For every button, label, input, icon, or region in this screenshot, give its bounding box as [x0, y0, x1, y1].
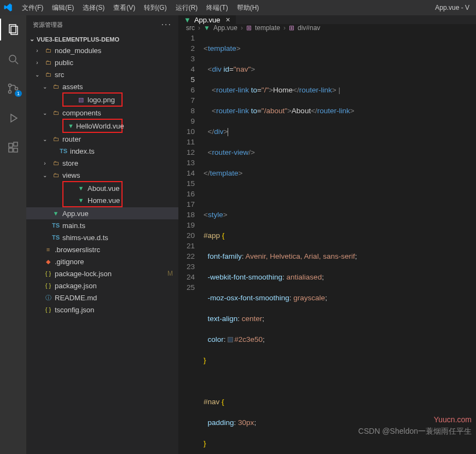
menu-select[interactable]: 选择(S) — [79, 2, 108, 14]
tree-item-router[interactable]: ⌄🗀router — [26, 133, 178, 145]
project-name[interactable]: VUE3-ELEMENTPLUS-DEMO — [37, 36, 119, 43]
json-icon: { } — [44, 282, 53, 289]
menubar: 文件(F) 编辑(E) 选择(S) 查看(V) 转到(G) 运行(R) 终端(T… — [0, 0, 476, 15]
tree-item-public[interactable]: ›🗀public — [26, 56, 178, 68]
activity-debug[interactable] — [0, 107, 26, 129]
info-icon: ⓘ — [44, 294, 53, 302]
tree-item-store[interactable]: ›🗀store — [26, 157, 178, 169]
folder-icon: 🗀 — [51, 83, 60, 90]
twistie-icon: ⌄ — [40, 110, 49, 116]
vue-icon: ▼ — [77, 197, 85, 203]
svg-point-5 — [9, 91, 11, 94]
watermark-top: Yuucn.com — [434, 415, 472, 424]
folder-icon: 🗀 — [44, 59, 53, 66]
tree-item-App-vue[interactable]: ▼App.vue — [26, 207, 178, 219]
twistie-icon: › — [40, 160, 49, 166]
line-gutter: 1234567891011121314151617181920212223242… — [178, 33, 204, 454]
tree-item-HelloWorld-vue[interactable]: ▼HelloWorld.vue — [63, 120, 121, 132]
tree-item-shims-vue-d-ts[interactable]: TSshims-vue.d.ts — [26, 231, 178, 243]
menu-terminal[interactable]: 终端(T) — [203, 2, 231, 14]
git-icon: ◆ — [44, 258, 53, 265]
explorer-sidebar: 资源管理器 ··· ⌄VUE3-ELEMENTPLUS-DEMO ›🗀node_… — [26, 15, 178, 454]
ts-icon: TS — [51, 234, 60, 241]
svg-marker-7 — [11, 114, 17, 122]
folder-icon: 🗀 — [51, 160, 60, 166]
tree-item-package-json[interactable]: { }package.json — [26, 280, 178, 292]
folder-icon: 🗀 — [44, 47, 53, 54]
activity-search[interactable] — [0, 48, 26, 70]
ts-icon: TS — [59, 148, 68, 154]
activity-bar: 1 — [0, 15, 26, 454]
tree-item-main-ts[interactable]: TSmain.ts — [26, 219, 178, 231]
tree-item-tsconfig-json[interactable]: { }tsconfig.json — [26, 304, 178, 316]
json-icon: { } — [44, 306, 53, 313]
tree-item-Home-vue[interactable]: ▼Home.vue — [63, 194, 121, 206]
tab-app-vue[interactable]: ▼ App.vue × — [178, 15, 236, 24]
breadcrumb[interactable]: src› ▼App.vue› ⊞template› ⊞div#nav — [178, 24, 476, 32]
svg-point-2 — [9, 55, 16, 62]
tree-item-src[interactable]: ⌄🗀src — [26, 68, 178, 80]
svg-line-3 — [15, 61, 18, 64]
menu-run[interactable]: 运行(R) — [172, 2, 201, 14]
activity-explorer[interactable] — [0, 19, 26, 40]
tree-item-views[interactable]: ⌄🗀views — [26, 169, 178, 181]
tree-item-logo-png[interactable]: ▧logo.png — [63, 94, 121, 106]
tree-item--gitignore[interactable]: ◆.gitignore — [26, 255, 178, 267]
close-icon[interactable]: × — [226, 15, 230, 24]
twistie-icon: ⌄ — [40, 84, 49, 90]
activity-extensions[interactable] — [0, 137, 26, 159]
tree-item--browserslistrc[interactable]: ≡.browserslistrc — [26, 243, 178, 255]
svg-point-6 — [15, 88, 18, 90]
vscode-icon — [3, 3, 13, 13]
window-title: App.vue - V — [432, 3, 473, 13]
svg-rect-11 — [14, 142, 18, 146]
menu-edit[interactable]: 编辑(E) — [49, 2, 77, 14]
vue-icon: ▼ — [184, 16, 191, 24]
ts-icon: TS — [51, 222, 60, 229]
svg-rect-8 — [9, 143, 13, 147]
tree-item-node_modules[interactable]: ›🗀node_modules — [26, 44, 178, 56]
vue-icon: ▼ — [51, 210, 60, 217]
tree-item-About-vue[interactable]: ▼About.vue — [63, 182, 121, 194]
vue-icon: ▼ — [68, 123, 74, 129]
menu-file[interactable]: 文件(F) — [19, 2, 47, 14]
svg-rect-9 — [9, 148, 13, 152]
menu-view[interactable]: 查看(V) — [110, 2, 138, 14]
folder-icon: 🗀 — [44, 71, 53, 78]
vue-icon: ▼ — [77, 185, 85, 191]
twistie-icon: ⌄ — [40, 136, 49, 142]
tree-item-components[interactable]: ⌄🗀components — [26, 107, 178, 119]
folder-icon: 🗀 — [51, 172, 60, 178]
twistie-icon: ⌄ — [40, 172, 49, 178]
svg-point-4 — [9, 84, 11, 87]
file-tree: ›🗀node_modules›🗀public⌄🗀src⌄🗀assets▧logo… — [26, 44, 178, 316]
conf-icon: ≡ — [44, 246, 53, 253]
svg-rect-10 — [14, 148, 18, 152]
tree-item-index-ts[interactable]: TSindex.ts — [26, 145, 178, 157]
editor-tabs: ▼ App.vue × — [178, 15, 476, 24]
folder-icon: 🗀 — [51, 136, 60, 142]
folder-icon: 🗀 — [51, 109, 60, 116]
menu-help[interactable]: 帮助(H) — [234, 2, 263, 14]
tree-item-assets[interactable]: ⌄🗀assets — [26, 80, 178, 92]
tree-item-README-md[interactable]: ⓘREADME.md — [26, 292, 178, 304]
twistie-icon: ⌄ — [33, 72, 42, 78]
explorer-more-icon[interactable]: ··· — [161, 20, 172, 30]
tree-item-package-lock-json[interactable]: { }package-lock.jsonM — [26, 267, 178, 280]
img-icon: ▧ — [77, 96, 85, 103]
menu-go[interactable]: 转到(G) — [141, 2, 170, 14]
twistie-icon: › — [33, 48, 42, 54]
twistie-icon: › — [33, 60, 42, 66]
scm-badge: 1 — [15, 90, 22, 97]
code-editor[interactable]: 1234567891011121314151617181920212223242… — [178, 32, 476, 454]
explorer-title: 资源管理器 — [33, 21, 63, 29]
watermark-bottom: CSDN @Sheldon一蓑烟雨任平生 — [358, 427, 472, 436]
json-icon: { } — [44, 270, 53, 277]
activity-scm[interactable]: 1 — [0, 78, 26, 100]
